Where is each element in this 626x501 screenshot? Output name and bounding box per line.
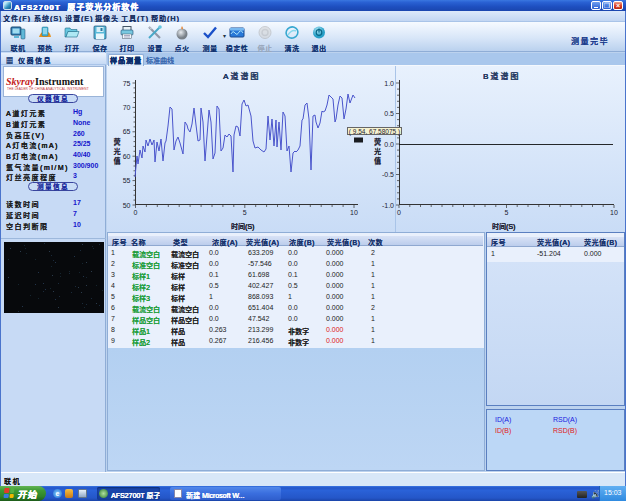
- svg-text:5: 5: [243, 209, 247, 216]
- svg-text:10: 10: [350, 209, 358, 216]
- svg-text:60: 60: [123, 153, 131, 160]
- svg-text:1.0: 1.0: [384, 80, 394, 87]
- svg-text:10: 10: [610, 209, 618, 216]
- svg-text:70: 70: [123, 104, 131, 111]
- svg-text:5: 5: [505, 209, 509, 216]
- svg-text:55: 55: [123, 177, 131, 184]
- svg-text:-0.5: -0.5: [382, 171, 394, 178]
- svg-text:0.0: 0.0: [384, 141, 394, 148]
- svg-text:65: 65: [123, 128, 131, 135]
- svg-text:50: 50: [123, 202, 131, 209]
- svg-text:0: 0: [134, 209, 138, 216]
- svg-text:75: 75: [123, 80, 131, 87]
- svg-text:-1.0: -1.0: [382, 202, 394, 209]
- svg-text:0: 0: [397, 209, 401, 216]
- svg-text:0.5: 0.5: [384, 110, 394, 117]
